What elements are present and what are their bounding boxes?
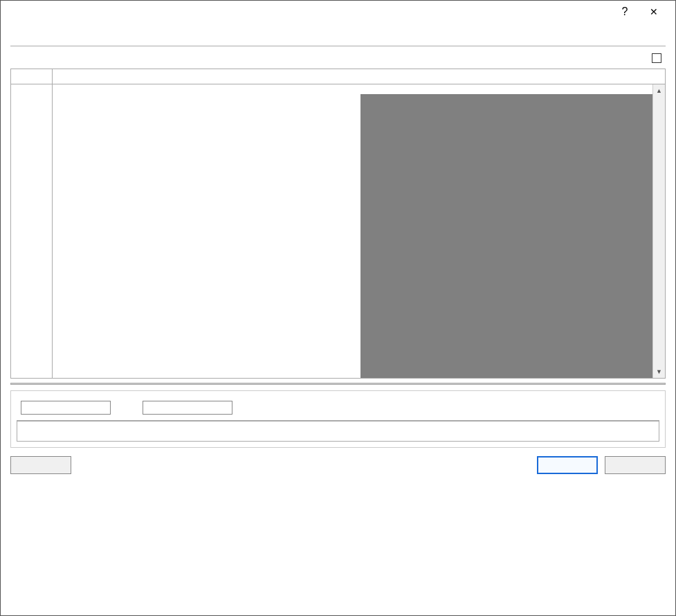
vertical-scrollbar[interactable]: ▲ ▼ [652, 84, 665, 378]
ruler-head [11, 69, 53, 84]
cancel-button[interactable] [605, 456, 666, 474]
checkbox-icon [652, 53, 661, 63]
phase-table [10, 383, 666, 385]
reserved-time-input[interactable] [143, 401, 232, 415]
close-icon[interactable]: ✕ [639, 1, 668, 22]
show-active-signals-checkbox[interactable] [652, 53, 666, 63]
scroll-down-icon[interactable]: ▼ [653, 365, 665, 378]
time-ruler [53, 69, 665, 84]
inhibit-actuations-input[interactable] [21, 401, 111, 415]
ok-button[interactable] [537, 456, 598, 474]
timeline-area[interactable] [53, 84, 652, 378]
help-icon[interactable]: ? [610, 1, 639, 22]
scroll-up-icon[interactable]: ▲ [653, 84, 665, 97]
timeline-inactive-region [360, 94, 652, 378]
help-button[interactable] [10, 456, 71, 474]
